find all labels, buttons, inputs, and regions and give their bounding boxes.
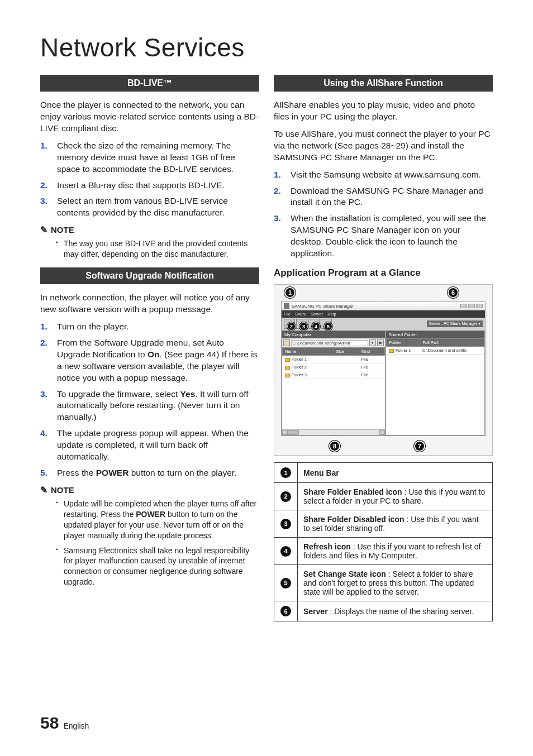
window-titlebar: SAMSUNG PC Share Manager: [282, 302, 485, 310]
as-step-2: Download the SAMSUNG PC Share Manager an…: [291, 185, 493, 209]
subheading-app-glance: Application Program at a Glance: [274, 267, 493, 279]
bdlive-step-1: Check the size of the remaining memory. …: [57, 140, 259, 175]
note-icon: ✎: [40, 485, 47, 495]
menu-share: Share: [295, 312, 306, 317]
legend-table: 1 Menu Bar 2 Share Folder Enabled icon :…: [274, 462, 493, 621]
bdlive-notes: The way you use BD-LIVE and the provided…: [56, 238, 259, 260]
legend-badge: 5: [280, 578, 291, 588]
app-window: SAMSUNG PC Share Manager File Share Serv…: [281, 302, 486, 436]
bdlive-step-2: Insert a Blu-ray disc that supports BD-L…: [57, 180, 259, 192]
toolbar-btn-set-change-state: 5: [321, 319, 332, 329]
table-row: Folder 2File: [283, 363, 385, 371]
swupgrade-notes: Update will be completed when the player…: [56, 499, 259, 587]
toolbar: 2 3 4 5 Server : PC Share Manager ▾: [282, 318, 485, 331]
app-icon: [284, 303, 289, 309]
legend-text: : Displays the name of the sharing serve…: [328, 607, 474, 616]
bdlive-note-1: The way you use BD-LIVE and the provided…: [56, 238, 259, 260]
page-number: 58: [40, 714, 59, 733]
pane-head-mycomputer: My Computer: [282, 331, 385, 338]
right-column: Using the AllShare Function AllShare ena…: [274, 75, 493, 621]
window-buttons: [460, 304, 483, 308]
col-folder: Folder: [387, 339, 420, 347]
callout-7: 7: [414, 441, 425, 452]
folder-icon: [285, 366, 290, 370]
sw-step-5: Press the POWER button to turn on the pl…: [57, 467, 259, 479]
folder-icon: [285, 374, 290, 377]
callout-8: 8: [329, 441, 340, 452]
swupgrade-intro: In network connection, the player will n…: [40, 292, 259, 315]
menu-server: Server: [311, 312, 323, 317]
pane-shared-folder: Shared Folder Folder Full Path Folder 1C…: [386, 331, 485, 436]
mycomputer-table: Name Size Kind Folder 1File Folder 2File…: [282, 347, 385, 379]
legend-title: Share Folder Enabled icon: [303, 487, 402, 496]
sw-step-4: The update progress popup will appear. W…: [57, 428, 259, 463]
callout-5: 5: [324, 322, 332, 331]
col-size: Size: [334, 348, 359, 356]
section-heading-allshare: Using the AllShare Function: [274, 75, 493, 92]
legend-row: 3 Share Folder Disabled icon : Use this …: [274, 510, 493, 538]
legend-badge: 6: [280, 606, 291, 616]
legend-title: Server: [303, 607, 328, 616]
legend-badge: 4: [280, 546, 291, 557]
legend-row: 4 Refresh icon : Use this if you want to…: [274, 538, 493, 565]
legend-title: Share Folder Disabled icon: [303, 515, 404, 524]
sw-step-3: To upgrade the firmware, select Yes. It …: [57, 389, 259, 424]
toolbar-btn-share-enabled: 2: [284, 319, 295, 329]
legend-badge: 1: [280, 467, 291, 478]
table-row: Folder 3File: [283, 371, 385, 379]
legend-row: 1 Menu Bar: [274, 463, 493, 483]
legend-row: 5 Set Change State icon : Select a folde…: [274, 565, 493, 601]
bdlive-step-3: Select an item from various BD-LIVE serv…: [57, 195, 259, 219]
callout-3: 3: [299, 322, 308, 331]
table-row: Folder 1C:\Document and settin..: [387, 347, 484, 355]
note-label: NOTE: [51, 225, 74, 235]
app-screenshot-figure: 1 6 SAMSUNG PC Share Manager File Share …: [274, 284, 493, 456]
dropdown-icon: ▾: [369, 339, 376, 346]
server-label: Server : PC Share Manager ▾: [427, 320, 483, 327]
menu-help: Help: [327, 312, 336, 317]
page-title: Network Services: [40, 32, 493, 63]
col-name: Name: [283, 348, 334, 356]
pane-head-shared: Shared Folder: [386, 331, 484, 338]
note-icon: ✎: [40, 224, 47, 235]
sw-note-2: Samsung Electronics shall take no legal …: [56, 546, 259, 588]
menu-file: File: [284, 312, 291, 317]
allshare-para-2: To use AllShare, you must connect the pl…: [274, 128, 493, 164]
as-step-3: When the installation is completed, you …: [291, 213, 493, 260]
sw-note-1: Update will be completed when the player…: [56, 499, 259, 541]
table-row: Folder 1File: [283, 356, 385, 363]
section-heading-bdlive: BD-LIVE™: [40, 75, 259, 92]
bdlive-intro: Once the player is connected to the netw…: [40, 99, 259, 135]
note-heading: ✎ NOTE: [40, 485, 259, 495]
swupgrade-steps: 1.Turn on the player. 2.From the Softwar…: [40, 321, 259, 479]
toolbar-btn-share-disabled: 3: [296, 319, 307, 329]
callout-4: 4: [312, 322, 320, 331]
legend-row: 2 Share Folder Enabled icon : Use this i…: [274, 483, 493, 510]
shared-table: Folder Full Path Folder 1C:\Document and…: [386, 338, 484, 355]
folder-up-icon: 📁: [283, 339, 290, 346]
note-heading: ✎ NOTE: [40, 224, 259, 235]
go-icon: ▶: [377, 339, 384, 346]
sw-step-1: Turn on the player.: [57, 321, 259, 333]
col-kind: Kind: [359, 348, 385, 356]
as-step-1: Visit the Samsung website at www.samsung…: [291, 169, 493, 181]
folder-icon: [285, 358, 290, 362]
sw-step-2: From the Software Upgrade menu, set Auto…: [57, 337, 259, 384]
toolbar-btn-refresh: 4: [308, 319, 320, 329]
bdlive-steps: 1.Check the size of the remaining memory…: [40, 140, 259, 219]
menu-bar: File Share Server Help: [282, 310, 485, 318]
section-heading-swupgrade: Software Upgrade Notification: [40, 267, 259, 284]
legend-title: Menu Bar: [303, 468, 339, 477]
pane-my-computer: My Computer 📁 C:\Document and settings\A…: [282, 331, 386, 436]
col-fullpath: Full Path: [420, 339, 484, 347]
legend-title: Set Change State icon: [303, 570, 386, 578]
legend-badge: 3: [280, 519, 291, 529]
allshare-para-1: AllShare enables you to play music, vide…: [274, 99, 493, 123]
page-language: English: [63, 721, 89, 730]
callout-1: 1: [284, 287, 296, 298]
legend-title: Refresh icon: [303, 542, 351, 551]
legend-badge: 2: [280, 491, 291, 502]
callout-6: 6: [448, 287, 459, 298]
allshare-steps: 1.Visit the Samsung website at www.samsu…: [274, 169, 493, 260]
left-column: BD-LIVE™ Once the player is connected to…: [40, 75, 259, 621]
